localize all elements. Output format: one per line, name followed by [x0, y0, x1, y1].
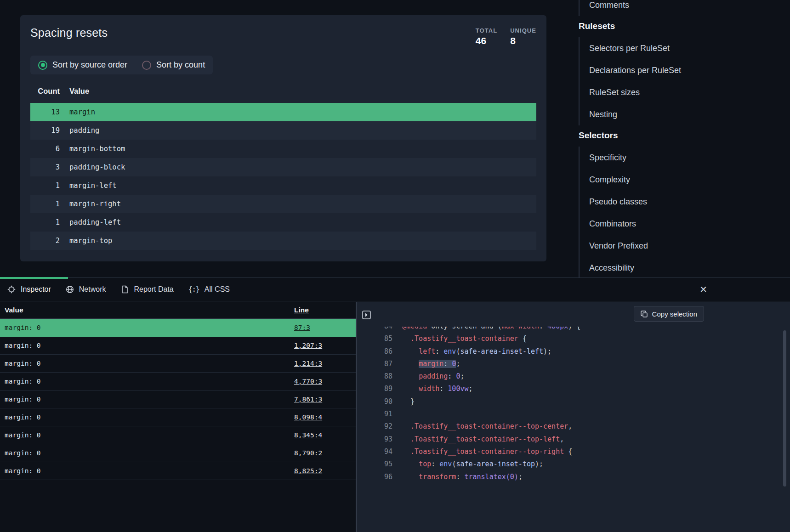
declaration-value: margin: 0: [0, 396, 41, 403]
table-row[interactable]: 6margin-bottom: [30, 140, 536, 158]
line-number: 96: [357, 471, 392, 483]
inspector-table-body: margin: 087:3margin: 01,207:3margin: 01,…: [0, 319, 356, 480]
line-link[interactable]: 1,207:3: [294, 342, 322, 349]
table-row[interactable]: 3padding-block: [30, 158, 536, 176]
table-row[interactable]: 2margin-top: [30, 232, 536, 250]
row-count: 6: [30, 145, 60, 153]
line-number: 92: [357, 420, 392, 433]
line-link[interactable]: 8,790:2: [294, 449, 322, 457]
sidebar-item-combinators[interactable]: Combinators: [580, 213, 781, 235]
code-text: top: env(safe-area-inset-top);: [402, 458, 543, 470]
row-value: margin-top: [69, 237, 112, 245]
radio-unselected-icon: [142, 61, 151, 70]
sort-by-source-order-option[interactable]: Sort by source order: [38, 60, 127, 70]
line-number: 87: [357, 358, 392, 370]
row-value: margin-bottom: [69, 145, 125, 153]
code-text: .Toastify__toast-container--top-right {: [402, 446, 572, 458]
app: Spacing resets TOTAL 46 UNIQUE 8 Sort by…: [0, 0, 790, 532]
inspector-row[interactable]: margin: 01,207:3: [0, 337, 356, 355]
sidebar-item-comments[interactable]: Comments: [580, 0, 781, 16]
devtools-panes: Value Line margin: 087:3margin: 01,207:3…: [0, 302, 790, 532]
line-link[interactable]: 8,825:2: [294, 467, 322, 475]
sidebar-item-declarations-per-ruleset[interactable]: Declarations per RuleSet: [580, 59, 781, 81]
sidebar-item-nesting[interactable]: Nesting: [580, 103, 781, 125]
code-line: 92 .Toastify__toast-container--top-cente…: [357, 420, 790, 433]
copy-icon: [641, 311, 648, 317]
line-number: 94: [357, 446, 392, 458]
tab-inspector[interactable]: Inspector: [0, 278, 58, 301]
inspector-row[interactable]: margin: 08,345:4: [0, 426, 356, 444]
sidebar-item-vendor-prefixed[interactable]: Vendor Prefixed: [580, 235, 781, 257]
radio-selected-icon: [38, 61, 47, 70]
tab-report-data[interactable]: Report Data: [114, 278, 181, 301]
code-text: }: [402, 396, 415, 408]
inspector-row[interactable]: margin: 087:3: [0, 319, 356, 337]
sidebar-group: SpecificityComplexityPseudo classesCombi…: [579, 147, 781, 279]
sidebar-item-specificity[interactable]: Specificity: [580, 147, 781, 169]
table-row[interactable]: 1margin-right: [30, 195, 536, 213]
expand-panel-icon[interactable]: [362, 311, 371, 319]
spacing-resets-card: Spacing resets TOTAL 46 UNIQUE 8 Sort by…: [20, 15, 546, 261]
line-link[interactable]: 7,861:3: [294, 396, 322, 403]
sidebar-item-selectors-per-ruleset[interactable]: Selectors per RuleSet: [580, 37, 781, 59]
tab-all-css[interactable]: {:} All CSS: [181, 278, 237, 301]
line-link[interactable]: 87:3: [294, 324, 310, 331]
code-lines: 84@media only screen and (max-width: 480…: [357, 327, 790, 483]
sidebar-sections: RulesetsSelectors per RuleSetDeclaration…: [579, 21, 781, 279]
inspector-row[interactable]: margin: 08,098:4: [0, 408, 356, 426]
inspector-line-header[interactable]: Line: [294, 306, 309, 314]
row-count: 3: [30, 163, 60, 171]
line-number: 89: [357, 383, 392, 395]
inspector-row[interactable]: margin: 08,825:2: [0, 462, 356, 480]
line-number: 93: [357, 433, 392, 446]
table-row[interactable]: 19padding: [30, 121, 536, 140]
row-value: margin-left: [69, 181, 117, 190]
tab-network-label: Network: [79, 285, 106, 294]
inspector-row[interactable]: margin: 04,770:3: [0, 373, 356, 391]
table-row[interactable]: 1margin-left: [30, 176, 536, 195]
sidebar: Comments RulesetsSelectors per RuleSetDe…: [579, 0, 781, 279]
sidebar-item-ruleset-sizes[interactable]: RuleSet sizes: [580, 81, 781, 103]
sort-by-count-option[interactable]: Sort by count: [142, 60, 205, 70]
stat-unique-value: 8: [510, 35, 536, 46]
line-link[interactable]: 4,770:3: [294, 378, 322, 385]
braces-icon: {:}: [188, 285, 199, 294]
copy-selection-button[interactable]: Copy selection: [634, 306, 704, 322]
line-number: 88: [357, 370, 392, 383]
inspector-pane: Value Line margin: 087:3margin: 01,207:3…: [0, 302, 357, 532]
line-link[interactable]: 8,098:4: [294, 413, 322, 421]
code-line: 85 .Toastify__toast-container {: [357, 333, 790, 345]
tab-network[interactable]: Network: [58, 278, 114, 301]
row-value: padding: [69, 126, 99, 135]
spacing-table-body: 13margin19padding6margin-bottom3padding-…: [30, 103, 536, 250]
row-value: padding-block: [69, 163, 125, 171]
code-line: 89 width: 100vw;: [357, 383, 790, 395]
inspector-row[interactable]: margin: 07,861:3: [0, 391, 356, 408]
sidebar-item-accessibility[interactable]: Accessibility: [580, 257, 781, 279]
value-column-header: Value: [69, 87, 89, 96]
code-text: .Toastify__toast-container--top-center,: [402, 420, 572, 433]
devtools-tabbar: Inspector Network Report Data {:}: [0, 278, 790, 301]
inspector-row[interactable]: margin: 01,214:3: [0, 355, 356, 373]
sidebar-item-complexity[interactable]: Complexity: [580, 169, 781, 191]
stat-total: TOTAL 46: [476, 27, 497, 46]
close-icon[interactable]: ✕: [699, 285, 707, 294]
inspector-table-header: Value Line: [0, 302, 356, 319]
row-count: 19: [30, 126, 60, 135]
code-scrollbar[interactable]: [783, 330, 786, 487]
code-line: 90 }: [357, 396, 790, 408]
table-row[interactable]: 13margin: [30, 103, 536, 121]
code-line: 86 left: env(safe-area-inset-left);: [357, 345, 790, 358]
inspector-row[interactable]: margin: 08,790:2: [0, 444, 356, 462]
code-text: margin: 0;: [402, 358, 460, 370]
declaration-value: margin: 0: [0, 378, 41, 385]
sidebar-item-pseudo-classes[interactable]: Pseudo classes: [580, 191, 781, 213]
code-text: width: 100vw;: [402, 383, 473, 395]
line-link[interactable]: 1,214:3: [294, 360, 322, 367]
stat-unique-label: UNIQUE: [510, 27, 536, 34]
line-link[interactable]: 8,345:4: [294, 431, 322, 439]
sidebar-group: Comments: [579, 0, 781, 16]
table-row[interactable]: 1padding-left: [30, 213, 536, 232]
tab-all-css-label: All CSS: [205, 285, 230, 294]
sort-options-group: Sort by source order Sort by count: [30, 56, 213, 74]
